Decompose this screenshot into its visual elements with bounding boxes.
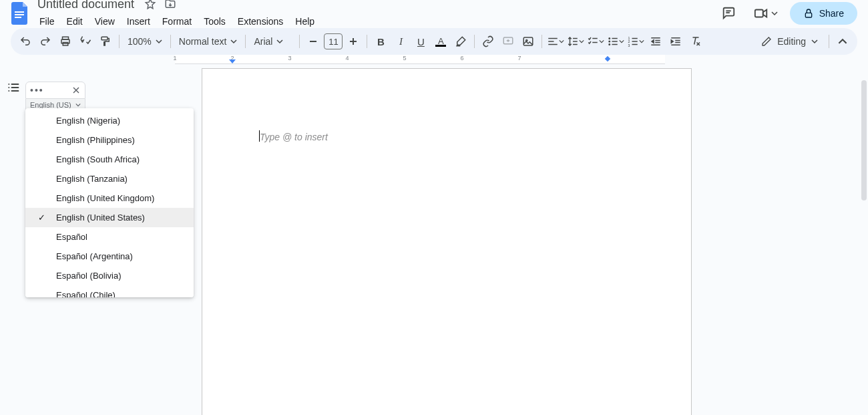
- svg-rect-10: [101, 37, 107, 40]
- spellcheck-button[interactable]: [76, 32, 95, 51]
- outline-button[interactable]: [3, 78, 23, 98]
- svg-point-49: [8, 90, 9, 92]
- indent-increase-button[interactable]: [666, 32, 685, 51]
- ruler-tick-3: 3: [288, 55, 291, 61]
- chevron-down-icon: [771, 10, 778, 17]
- svg-point-29: [609, 44, 610, 45]
- font-dropdown[interactable]: Arial: [250, 32, 295, 51]
- comments-icon[interactable]: [715, 0, 742, 27]
- comment-button[interactable]: [499, 32, 517, 51]
- chevron-down-icon: [276, 38, 283, 45]
- text-color-button[interactable]: A: [431, 32, 450, 51]
- indent-decrease-button[interactable]: [646, 32, 665, 51]
- language-option[interactable]: Español (Bolivia): [25, 266, 194, 285]
- language-option[interactable]: Español (Chile): [25, 285, 194, 297]
- move-icon[interactable]: [164, 0, 177, 11]
- paint-format-button[interactable]: [96, 32, 115, 51]
- language-option-label: English (Tanzania): [56, 174, 128, 184]
- language-option-label: English (Philippines): [56, 135, 135, 145]
- underline-button[interactable]: U: [411, 32, 430, 51]
- menu-help[interactable]: Help: [290, 13, 319, 29]
- language-option-label: Español (Argentina): [56, 251, 133, 261]
- clear-formatting-button[interactable]: [686, 32, 705, 51]
- menu-format[interactable]: Format: [158, 13, 196, 29]
- language-option[interactable]: English (United Kingdom): [25, 188, 194, 208]
- svg-rect-2: [15, 17, 21, 18]
- bullet-list-button[interactable]: [606, 32, 625, 51]
- language-option-label: English (United Kingdom): [56, 193, 154, 203]
- image-button[interactable]: [519, 32, 537, 51]
- svg-rect-6: [805, 13, 811, 17]
- page-placeholder: Type @ to insert: [260, 132, 328, 142]
- language-option-label: English (South Africa): [56, 154, 140, 164]
- language-option-label: Español (Bolivia): [56, 271, 122, 281]
- font-size-decrease[interactable]: [304, 32, 322, 51]
- zoom-dropdown[interactable]: 100%: [124, 32, 166, 51]
- language-option[interactable]: English (South Africa): [25, 150, 194, 169]
- menu-view[interactable]: View: [90, 13, 120, 29]
- font-size-input[interactable]: 11: [324, 33, 343, 49]
- svg-point-28: [609, 41, 610, 42]
- horizontal-ruler[interactable]: 1 2 3 4 5 6 7: [175, 55, 665, 64]
- menu-insert[interactable]: Insert: [122, 13, 155, 29]
- share-button[interactable]: Share: [790, 2, 857, 25]
- collapse-toolbar-button[interactable]: [833, 32, 852, 51]
- checklist-button[interactable]: [586, 32, 605, 51]
- drag-handle-icon[interactable]: •••: [30, 85, 44, 96]
- print-button[interactable]: [56, 32, 75, 51]
- vertical-scrollbar[interactable]: [860, 0, 868, 415]
- ruler-tick-5: 5: [403, 55, 406, 61]
- document-page[interactable]: Type @ to insert: [202, 68, 692, 415]
- style-value: Normal text: [179, 36, 227, 47]
- star-icon[interactable]: [144, 0, 157, 11]
- menu-extensions[interactable]: Extensions: [233, 13, 288, 29]
- ruler-tick-1: 1: [173, 55, 176, 61]
- right-margin-marker[interactable]: [605, 56, 610, 61]
- chevron-down-icon: [75, 102, 81, 108]
- language-option[interactable]: Español: [25, 227, 194, 247]
- scrollbar-thumb[interactable]: [861, 80, 867, 200]
- menu-edit[interactable]: Edit: [62, 13, 87, 29]
- language-option-label: Español (Chile): [56, 290, 116, 297]
- indent-marker[interactable]: [229, 59, 236, 63]
- language-option[interactable]: ✓English (United States): [25, 208, 194, 227]
- zoom-value: 100%: [128, 36, 152, 47]
- redo-button[interactable]: [36, 32, 55, 51]
- font-size-increase[interactable]: [344, 32, 363, 51]
- menu-tools[interactable]: Tools: [199, 13, 230, 29]
- editing-mode-button[interactable]: Editing: [754, 32, 825, 51]
- menu-file[interactable]: File: [35, 13, 59, 29]
- link-button[interactable]: [479, 32, 497, 51]
- menu-bar: File Edit View Insert Format Tools Exten…: [35, 12, 710, 31]
- svg-point-48: [8, 87, 9, 88]
- numbered-list-button[interactable]: 123: [626, 32, 645, 51]
- editing-label: Editing: [777, 36, 806, 47]
- language-option[interactable]: English (Nigeria): [25, 111, 194, 130]
- close-icon[interactable]: [71, 86, 81, 95]
- undo-button[interactable]: [16, 32, 35, 51]
- svg-rect-0: [15, 11, 24, 13]
- lock-icon: [803, 8, 814, 19]
- language-option[interactable]: Español (Argentina): [25, 247, 194, 266]
- language-option[interactable]: English (Tanzania): [25, 169, 194, 188]
- style-dropdown[interactable]: Normal text: [175, 32, 242, 51]
- docs-logo[interactable]: [11, 1, 29, 25]
- meet-button[interactable]: [750, 3, 782, 23]
- check-icon: ✓: [36, 213, 47, 223]
- bold-button[interactable]: B: [371, 32, 390, 51]
- chevron-down-icon: [230, 38, 237, 45]
- share-label: Share: [819, 8, 844, 19]
- language-dropdown-list[interactable]: English (Nigeria)English (Philippines)En…: [25, 108, 194, 297]
- ruler-tick-6: 6: [460, 55, 463, 61]
- language-option-label: Español: [56, 232, 87, 242]
- highlight-button[interactable]: [451, 32, 470, 51]
- italic-button[interactable]: I: [391, 32, 410, 51]
- document-title[interactable]: Untitled document: [35, 0, 137, 11]
- voice-typing-panel: ••• English (US): [25, 82, 85, 112]
- svg-text:3: 3: [628, 43, 630, 47]
- ruler-tick-7: 7: [517, 55, 521, 61]
- svg-point-27: [609, 38, 610, 39]
- language-option[interactable]: English (Philippines): [25, 130, 194, 150]
- line-spacing-button[interactable]: [566, 32, 585, 51]
- align-button[interactable]: [546, 32, 565, 51]
